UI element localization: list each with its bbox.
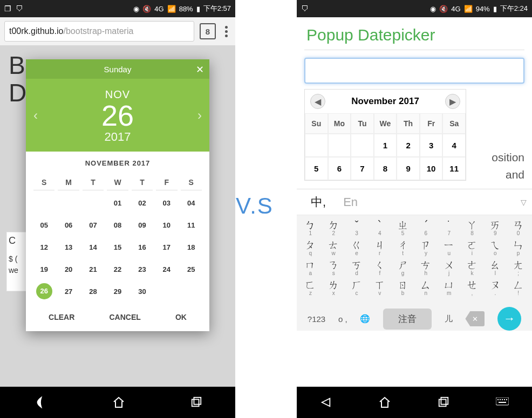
calendar-day[interactable]: 08 xyxy=(107,216,128,235)
calendar-day[interactable]: 27 xyxy=(58,282,79,301)
calendar-day[interactable]: 10 xyxy=(156,216,177,235)
calendar-day[interactable]: 05 xyxy=(33,216,54,235)
keyboard-key[interactable]: ㄆq xyxy=(300,239,320,256)
calendar-day[interactable]: 07 xyxy=(83,216,104,235)
globe-icon[interactable]: 🌐 xyxy=(360,314,370,324)
keyboard-key[interactable]: ㄉ2 xyxy=(323,220,344,236)
back-button[interactable] xyxy=(33,395,47,409)
selected-year[interactable]: 2017 xyxy=(26,130,209,144)
calendar-day[interactable]: 11 xyxy=(442,157,466,180)
calendar-day[interactable]: 23 xyxy=(132,260,153,279)
close-icon[interactable]: ✕ xyxy=(196,64,204,76)
home-button[interactable] xyxy=(112,396,125,409)
keyboard-key[interactable]: ㄇa xyxy=(300,259,320,276)
calendar-day[interactable]: 6 xyxy=(328,157,351,180)
keyboard-key[interactable]: ㄞ9 xyxy=(485,220,506,236)
keyboard-key[interactable]: ˙7 xyxy=(439,220,459,236)
keyboard-key[interactable]: ˊ6 xyxy=(415,220,436,236)
keyboard-key[interactable]: ㄍe xyxy=(346,239,367,256)
cancel-button[interactable]: CANCEL xyxy=(109,313,140,321)
keyboard-key[interactable]: ㄥ! xyxy=(508,279,529,296)
keyboard-key[interactable]: ㄠl xyxy=(485,259,506,276)
keyboard-key[interactable]: ㄋs xyxy=(323,259,344,276)
keyboard-key[interactable]: ㄡ. xyxy=(485,279,506,296)
calendar-day[interactable]: 12 xyxy=(33,238,54,257)
calendar-day[interactable]: 5 xyxy=(305,157,328,180)
keyboard-toggle-icon[interactable] xyxy=(496,398,509,407)
keyboard-key[interactable]: ㄈz xyxy=(300,279,320,296)
keyboard-key[interactable]: ㄕg xyxy=(393,259,413,276)
keyboard-key[interactable]: ㄐr xyxy=(370,239,390,256)
keyboard-key[interactable]: ㄚ8 xyxy=(462,220,482,236)
date-input[interactable] xyxy=(304,58,524,84)
keyboard-key[interactable]: ㄌx xyxy=(323,279,344,296)
er-key[interactable]: 儿 xyxy=(445,314,453,324)
url-input[interactable]: t00rk.github.io/bootstrap-materia xyxy=(4,21,194,42)
overflow-menu-icon[interactable] xyxy=(221,23,231,39)
calendar-day[interactable]: 09 xyxy=(132,216,153,235)
keyboard-key[interactable]: ㄒv xyxy=(370,279,390,296)
calendar-day[interactable]: 28 xyxy=(83,282,104,301)
ime-tab-english[interactable]: En xyxy=(335,195,366,209)
keyboard-key[interactable]: ㄔt xyxy=(393,239,413,256)
keyboard-key[interactable]: ㄘh xyxy=(415,259,436,276)
calendar-day[interactable]: 04 xyxy=(181,194,202,213)
comma-key[interactable]: o , xyxy=(338,314,347,324)
calendar-day[interactable]: 02 xyxy=(132,194,153,213)
calendar-day[interactable]: 01 xyxy=(107,194,128,213)
keyboard-key[interactable]: ㄧu xyxy=(439,239,459,256)
calendar-day[interactable]: 22 xyxy=(107,260,128,279)
calendar-day[interactable]: 1 xyxy=(374,134,397,157)
calendar-day[interactable]: 8 xyxy=(374,157,397,180)
calendar-day[interactable]: 19 xyxy=(33,260,54,279)
calendar-day[interactable]: 25 xyxy=(181,260,202,279)
calendar-day[interactable]: 10 xyxy=(420,157,443,180)
calendar-day[interactable]: 13 xyxy=(58,238,79,257)
keyboard-key[interactable]: ㄟo xyxy=(485,239,506,256)
calendar-day[interactable]: 7 xyxy=(351,157,374,180)
keyboard-key[interactable]: ㄜk xyxy=(462,259,482,276)
keyboard-key[interactable]: ㄩm xyxy=(439,279,459,296)
clear-button[interactable]: CLEAR xyxy=(49,313,74,321)
calendar-day[interactable]: 30 xyxy=(132,282,153,301)
keyboard-key[interactable]: ㄗy xyxy=(415,239,436,256)
calendar-day[interactable]: 03 xyxy=(156,194,177,213)
keyboard-key[interactable]: ㄖb xyxy=(393,279,413,296)
keyboard-key[interactable]: ㄎd xyxy=(346,259,367,276)
keyboard-key[interactable]: ˇ3 xyxy=(346,220,367,236)
tab-switcher-button[interactable]: 8 xyxy=(200,23,216,39)
enter-key[interactable]: → xyxy=(497,307,521,331)
keyboard-key[interactable]: ㄓ5 xyxy=(393,220,413,236)
keyboard-key[interactable]: ㄣp xyxy=(508,239,529,256)
keyboard-key[interactable]: ㄑf xyxy=(370,259,390,276)
keyboard-key[interactable]: ㄤ; xyxy=(508,259,529,276)
calendar-day[interactable]: 18 xyxy=(181,238,202,257)
prev-month-button[interactable]: ◀ xyxy=(310,94,325,109)
keyboard-key[interactable]: ㄊw xyxy=(323,239,344,256)
ime-collapse-icon[interactable]: ▽ xyxy=(521,198,527,207)
keyboard-key[interactable]: ㄅ1 xyxy=(300,220,320,236)
space-key[interactable]: 注音 xyxy=(383,309,432,330)
calendar-day[interactable]: 15 xyxy=(107,238,128,257)
recent-apps-button[interactable] xyxy=(438,396,449,408)
calendar-day[interactable]: 06 xyxy=(58,216,79,235)
next-month-button[interactable]: ▶ xyxy=(445,94,460,109)
prev-month-button[interactable]: ‹ xyxy=(33,108,38,123)
calendar-day[interactable]: 4 xyxy=(442,134,466,157)
recent-apps-button[interactable] xyxy=(190,396,202,408)
calendar-day[interactable]: 14 xyxy=(83,238,104,257)
calendar-day[interactable]: 24 xyxy=(156,260,177,279)
backspace-key[interactable]: ✕ xyxy=(465,311,485,326)
calendar-day[interactable]: 29 xyxy=(107,282,128,301)
numpad-key[interactable]: ?123 xyxy=(308,314,325,324)
keyboard-key[interactable]: ㄨj xyxy=(439,259,459,276)
next-month-button[interactable]: › xyxy=(197,108,202,123)
ime-tab-chinese[interactable]: 中, xyxy=(302,194,335,210)
ok-button[interactable]: OK xyxy=(175,313,187,321)
calendar-day[interactable]: 9 xyxy=(397,157,420,180)
calendar-day[interactable]: 3 xyxy=(420,134,443,157)
calendar-day[interactable]: 26 xyxy=(36,283,52,299)
calendar-title[interactable]: November 2017 xyxy=(351,96,419,107)
keyboard-key[interactable]: ˋ4 xyxy=(370,220,390,236)
keyboard-key[interactable]: ㄙn xyxy=(415,279,436,296)
